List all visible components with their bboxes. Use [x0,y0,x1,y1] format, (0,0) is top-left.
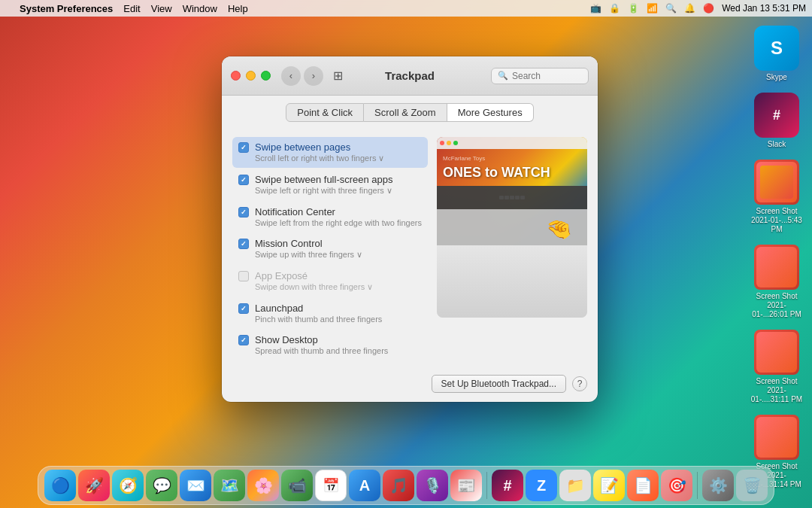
menubar-edit[interactable]: Edit [123,3,140,14]
desktop-icon-skype[interactable]: S Skype [747,23,806,85]
dock-icon-photos[interactable]: 🌸 [247,470,279,501]
keynote-icon: 🎯 [668,476,686,494]
maximize-button[interactable] [261,71,271,81]
tab-more-gestures[interactable]: More Gestures [447,103,534,122]
photos-icon: 🌸 [254,476,273,494]
preview-dot-yellow [447,141,451,145]
menubar-battery-icon[interactable]: 🔋 [628,3,639,14]
screenshot1-label: Screen Shot 2021-01-...5:43 PM [750,207,803,234]
dock-icon-safari[interactable]: 🧭 [112,470,144,501]
desktop-icon-screenshot3[interactable]: Screen Shot 2021-01-....31:11 PM [747,327,806,407]
preview-keyboard-keys [499,196,525,199]
menubar-window[interactable]: Window [183,3,217,14]
dock-icon-maps[interactable]: 🗺️ [214,470,245,501]
menubar-right: 📺 🔒 🔋 📶 🔍 🔔 🔴 Wed Jan 13 5:31 PM [590,3,806,14]
gesture-desc-swipe-fullscreen: Swipe left or right with three fingers ∨ [255,186,422,196]
files-icon: 📁 [566,476,585,494]
dock-icon-mail[interactable]: ✉️ [180,470,211,501]
desktop-icon-screenshot1[interactable]: Screen Shot 2021-01-...5:43 PM [747,157,806,237]
dock-icon-messages[interactable]: 💬 [146,470,177,501]
finder-icon: 🔵 [51,476,70,494]
menubar-tv-icon[interactable]: 📺 [590,3,601,14]
dock-icon-appstore[interactable]: A [349,470,380,501]
dock-icon-notes[interactable]: 📝 [593,470,625,501]
dock-icon-calendar[interactable]: 📅 [315,470,347,501]
preview-device: 🤏 [437,186,587,245]
checkbox-show-desktop[interactable]: ✓ [238,335,249,345]
gesture-title-swipe-fullscreen: Swipe between full-screen apps [255,174,422,185]
menubar-app-name[interactable]: System Preferences [20,3,113,14]
dock-icon-news[interactable]: 📰 [450,470,482,501]
key [510,196,514,199]
gesture-notification-center[interactable]: ✓ Notification Center Swipe left from th… [232,202,428,232]
gesture-show-desktop[interactable]: ✓ Show Desktop Spread with thumb and thr… [232,330,428,360]
preview-browser: McFarlane Toys ONES to WATCH [437,137,587,245]
search-icon: 🔍 [498,71,508,81]
dock-icon-trash[interactable]: 🗑️ [736,470,768,501]
checkmark-icon: ✓ [241,240,247,248]
dock-icon-keynote[interactable]: 🎯 [661,470,692,501]
maps-icon: 🗺️ [220,476,239,494]
forward-button[interactable]: › [304,66,323,86]
dock-icon-launchpad[interactable]: 🚀 [78,470,110,501]
bluetooth-trackpad-button[interactable]: Set Up Bluetooth Trackpad... [432,375,566,393]
key [515,196,520,199]
help-button[interactable]: ? [572,376,587,391]
gesture-title-swipe-pages: Swipe between pages [255,141,422,153]
gesture-mission-control[interactable]: ✓ Mission Control Swipe up with three fi… [232,233,428,264]
gesture-swipe-fullscreen[interactable]: ✓ Swipe between full-screen apps Swipe l… [232,169,428,200]
screenshot3-icon [754,330,799,375]
minimize-button[interactable] [246,71,256,81]
checkbox-app-expose[interactable] [238,271,249,281]
dock-icon-files[interactable]: 📁 [559,470,591,501]
prefs-icon: ⚙️ [709,476,728,494]
dock-icon-slack[interactable]: # [492,470,523,501]
gesture-text-swipe-pages: Swipe between pages Scroll left or right… [255,141,422,163]
news-icon: 📰 [457,476,476,494]
grid-view-button[interactable]: ⊞ [328,66,347,86]
menubar-search-icon[interactable]: 🔍 [665,3,677,14]
dock-icon-prefs[interactable]: ⚙️ [702,470,734,501]
gesture-text-show-desktop: Show Desktop Spread with thumb and three… [255,334,422,355]
dock-icon-podcasts[interactable]: 🎙️ [417,470,448,501]
gesture-desc-mission-control: Swipe up with three fingers ∨ [255,250,422,260]
menubar-notification-icon[interactable]: 🔔 [684,3,695,14]
desktop-icons: S Skype # Slack Screen Shot 2021-01-...5… [747,23,806,492]
dock-icon-music[interactable]: 🎵 [383,470,414,501]
back-button[interactable]: ‹ [281,66,301,86]
gesture-list: ✓ Swipe between pages Scroll left or rig… [232,137,428,360]
search-input[interactable] [512,71,580,81]
gesture-launchpad[interactable]: ✓ Launchpad Pinch with thumb and three f… [232,298,428,328]
gesture-swipe-pages[interactable]: ✓ Swipe between pages Scroll left or rig… [232,137,428,168]
checkbox-mission-control[interactable]: ✓ [238,239,249,249]
preview-keyboard [437,186,587,210]
safari-icon: 🧭 [119,476,138,494]
search-box[interactable]: 🔍 [491,68,589,84]
checkbox-swipe-pages[interactable]: ✓ [238,142,249,153]
menubar-help[interactable]: Help [228,3,248,14]
menubar-recording-icon[interactable]: 🔴 [703,3,714,14]
gesture-app-expose[interactable]: App Exposé Swipe down with three fingers… [232,266,428,297]
menubar-view[interactable]: View [151,3,172,14]
close-button[interactable] [231,71,241,81]
checkbox-notification-center[interactable]: ✓ [238,207,249,217]
checkbox-launchpad[interactable]: ✓ [238,303,249,314]
dock-icon-facetime[interactable]: 📹 [281,470,313,501]
desktop-icon-slack[interactable]: # Slack [747,90,806,152]
skype-icon: S [754,26,799,71]
slack-dock-icon: # [503,477,511,494]
menubar-lock-icon[interactable]: 🔒 [609,3,620,14]
dock-icon-finder[interactable]: 🔵 [44,470,76,501]
checkbox-swipe-fullscreen[interactable]: ✓ [238,175,249,185]
dock-icon-zoom[interactable]: Z [526,470,557,501]
calendar-icon: 📅 [323,477,339,494]
menubar-datetime: Wed Jan 13 5:31 PM [722,3,806,14]
menubar-wifi-icon[interactable]: 📶 [647,3,658,14]
desktop-icon-screenshot2[interactable]: Screen Shot 2021-01-...26:01 PM [747,242,806,322]
slack-label: Slack [768,140,786,149]
checkmark-icon: ✓ [241,336,247,344]
tab-point-click[interactable]: Point & Click [286,103,364,122]
dock: 🔵 🚀 🧭 💬 ✉️ 🗺️ 🌸 📹 📅 A 🎵 🎙️ 📰 # Z 📁 [38,466,774,505]
tab-scroll-zoom[interactable]: Scroll & Zoom [364,103,447,122]
dock-icon-pages[interactable]: 📄 [627,470,659,501]
